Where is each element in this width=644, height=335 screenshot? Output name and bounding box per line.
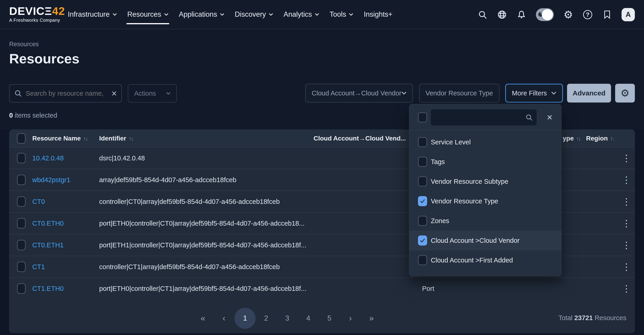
filter-option-cloud-account-first-added[interactable]: Cloud Account >First Added xyxy=(409,250,561,270)
row-actions-menu[interactable]: ⋮ xyxy=(622,197,631,206)
more-filters-button[interactable]: More Filters xyxy=(505,84,563,102)
page-5-button[interactable]: 5 xyxy=(319,308,340,329)
row-checkbox[interactable] xyxy=(17,240,26,250)
dropdown-item-list: Service Level Tags Vendor Resource Subty… xyxy=(409,131,561,270)
resource-name-link[interactable]: CT0.ETH1 xyxy=(32,241,64,249)
header-cloud-vendor[interactable]: Cloud Account→Cloud Vend...↑↓ xyxy=(314,135,420,142)
nav-applications[interactable]: Applications xyxy=(179,0,224,29)
nav-insights[interactable]: Insights+ xyxy=(364,0,392,29)
row-actions-menu[interactable]: ⋮ xyxy=(622,175,631,184)
nav-resources[interactable]: Resources xyxy=(127,0,168,29)
row-checkbox[interactable] xyxy=(17,196,26,207)
advanced-button[interactable]: Advanced xyxy=(567,84,611,102)
total-resources-count: Total 23721 Resources xyxy=(558,314,626,322)
identifier-cell: port|ETH0|controller|CT0|array|def59bf5-… xyxy=(99,220,314,227)
checkbox[interactable] xyxy=(418,137,427,147)
header-resource-name[interactable]: Resource Name↑↓ xyxy=(32,135,99,142)
topbar: DEVICΞ42 A Freshworks Company Infrastruc… xyxy=(0,0,644,29)
user-avatar[interactable]: A xyxy=(622,8,635,21)
toggle-knob xyxy=(542,9,553,20)
sort-icon[interactable]: ↑↓ xyxy=(576,135,580,142)
resource-name-link[interactable]: CT1.ETH0 xyxy=(32,285,64,293)
checkbox[interactable] xyxy=(418,157,427,167)
close-icon[interactable]: × xyxy=(544,110,555,124)
identifier-cell: controller|CT1|array|def59bf5-854d-4d07-… xyxy=(99,263,314,271)
resource-name-link[interactable]: CT0.ETH0 xyxy=(32,220,64,227)
help-icon[interactable]: ? xyxy=(582,9,593,20)
filter-vendor-resource-type[interactable]: Vendor Resource Type xyxy=(419,84,500,102)
actions-button[interactable]: Actions xyxy=(128,84,177,102)
chevron-down-icon xyxy=(113,13,117,16)
row-actions-menu[interactable]: ⋮ xyxy=(622,154,631,163)
page-4-button[interactable]: 4 xyxy=(298,308,319,329)
prev-page-button[interactable]: ‹ xyxy=(214,308,234,329)
filter-option-zones[interactable]: Zones xyxy=(409,211,561,231)
sort-icon[interactable]: ↑↓ xyxy=(83,135,88,142)
search-icon[interactable] xyxy=(478,9,488,20)
checkbox[interactable] xyxy=(418,176,427,187)
globe-icon[interactable] xyxy=(497,9,507,20)
logo-tagline: A Freshworks Company xyxy=(9,18,65,23)
row-actions-menu[interactable]: ⋮ xyxy=(622,241,631,250)
filter-cloud-account-cloud-vendor[interactable]: Cloud Account→Cloud Vendor xyxy=(305,84,413,102)
identifier-cell: dsrc|10.42.0.48 xyxy=(99,154,314,162)
theme-toggle[interactable] xyxy=(536,8,554,21)
resource-name-link[interactable]: CT1 xyxy=(32,263,45,271)
checkbox-checked[interactable] xyxy=(418,236,427,246)
notifications-bell-icon[interactable] xyxy=(516,9,526,20)
nav-tools[interactable]: Tools xyxy=(330,0,353,29)
dropdown-select-all-checkbox[interactable] xyxy=(418,112,427,122)
row-actions-menu[interactable]: ⋮ xyxy=(622,219,631,228)
resource-name-link[interactable]: wbd42pstgr1 xyxy=(32,176,70,184)
next-page-button[interactable]: › xyxy=(340,308,361,329)
first-page-button[interactable]: « xyxy=(192,308,214,329)
page-3-button[interactable]: 3 xyxy=(277,308,298,329)
header-region[interactable]: Region↑↓ xyxy=(586,135,614,142)
dropdown-search-input[interactable] xyxy=(435,114,525,121)
identifier-cell: port|ETH0|controller|CT1|array|def59bf5-… xyxy=(99,285,314,293)
nav-discovery[interactable]: Discovery xyxy=(235,0,273,29)
resource-name-link[interactable]: 10.42.0.48 xyxy=(32,154,64,162)
logo-wordmark: DEVICΞ42 xyxy=(9,5,65,17)
header-type-partial[interactable]: ype↑↓ xyxy=(559,135,586,142)
bookmark-icon[interactable] xyxy=(602,9,612,20)
clear-search-icon[interactable]: × xyxy=(112,89,117,97)
filter-option-cloud-account-cloud-vendor[interactable]: Cloud Account >Cloud Vendor xyxy=(409,231,561,250)
identifier-cell: controller|CT0|array|def59bf5-854d-4d07-… xyxy=(99,198,314,206)
row-actions-menu[interactable]: ⋮ xyxy=(622,262,631,271)
nav-infrastructure[interactable]: Infrastructure xyxy=(68,0,117,29)
row-checkbox[interactable] xyxy=(17,175,26,185)
sort-icon[interactable]: ↑↓ xyxy=(610,135,614,142)
row-checkbox[interactable] xyxy=(17,283,26,294)
filter-option-vendor-resource-type[interactable]: Vendor Resource Type xyxy=(409,191,561,211)
row-checkbox[interactable] xyxy=(17,153,26,163)
resource-search-box[interactable]: × xyxy=(9,84,122,102)
device42-logo[interactable]: DEVICΞ42 A Freshworks Company xyxy=(9,5,65,23)
sort-icon[interactable]: ↑↓ xyxy=(128,135,133,142)
table-row[interactable]: CT1.ETH0 port|ETH0|controller|CT1|array|… xyxy=(10,278,634,299)
table-settings-button[interactable]: ⚙ xyxy=(615,84,635,102)
page-1-button[interactable]: 1 xyxy=(234,308,256,329)
resource-name-link[interactable]: CT0 xyxy=(32,198,45,206)
chevron-down-icon xyxy=(349,13,353,16)
nav-analytics[interactable]: Analytics xyxy=(284,0,319,29)
checkbox[interactable] xyxy=(418,255,427,265)
more-filters-dropdown: × Service Level Tags Vendor Resource Sub… xyxy=(409,104,562,277)
filter-option-service-level[interactable]: Service Level xyxy=(409,132,561,152)
row-checkbox[interactable] xyxy=(17,218,26,229)
search-input[interactable] xyxy=(26,90,108,97)
filter-option-vendor-resource-subtype[interactable]: Vendor Resource Subtype xyxy=(409,172,561,191)
settings-gear-icon[interactable]: ⚙ xyxy=(563,9,573,20)
page-2-button[interactable]: 2 xyxy=(256,308,277,329)
select-all-checkbox[interactable] xyxy=(17,133,26,144)
filter-option-tags[interactable]: Tags xyxy=(409,152,561,172)
dropdown-search-box[interactable] xyxy=(430,109,537,126)
breadcrumb[interactable]: Resources xyxy=(9,41,39,48)
chevron-down-icon xyxy=(166,92,170,95)
checkbox[interactable] xyxy=(418,216,427,226)
row-checkbox[interactable] xyxy=(17,262,26,272)
last-page-button[interactable]: » xyxy=(361,308,382,329)
row-actions-menu[interactable]: ⋮ xyxy=(622,284,631,293)
checkbox-checked[interactable] xyxy=(418,196,427,206)
header-identifier[interactable]: Identifier↑↓ xyxy=(99,135,314,142)
